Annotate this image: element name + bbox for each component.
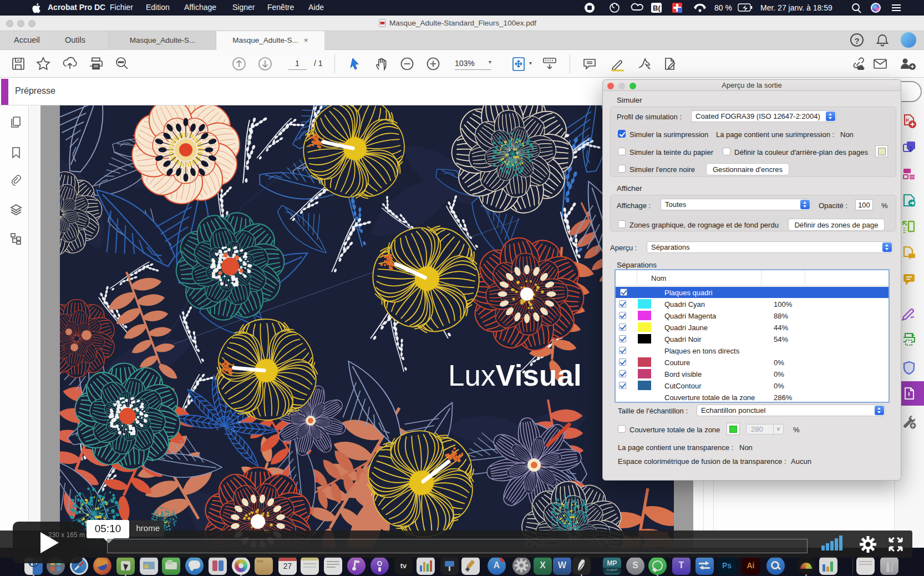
svg-text:80 %: 80 %: [714, 3, 732, 12]
svg-text:P: P: [906, 118, 909, 123]
svg-text:B(: B(: [653, 4, 661, 12]
svg-text:LuxVisual: LuxVisual: [448, 359, 582, 392]
svg-text:Mer. 27 janv. à 18:59: Mer. 27 janv. à 18:59: [760, 3, 832, 12]
